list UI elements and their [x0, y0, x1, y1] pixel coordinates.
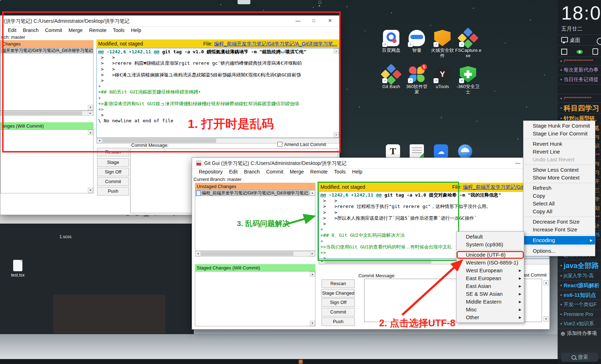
sign-off-button[interactable]: Sign Off	[97, 168, 129, 176]
menu-merge[interactable]: Merge	[287, 168, 307, 175]
menu-item-misc[interactable]: Misc▶	[457, 306, 524, 314]
menu-item-show-less-context[interactable]: Show Less Context	[523, 166, 595, 174]
push-button[interactable]: Push	[97, 187, 129, 196]
typora-icon[interactable]: T	[386, 144, 400, 159]
desktop-icon-gitbash[interactable]: ↗Git Bash	[378, 66, 404, 89]
menu-item-middle-eastern[interactable]: Middle Eastern▶	[457, 298, 524, 306]
taskbar-icon[interactable]	[299, 360, 303, 364]
notes-icon[interactable]	[592, 48, 598, 55]
desktop-icon-huorong[interactable]: ↗火绒安全软件	[430, 30, 455, 58]
scroll-down-icon[interactable]: ▾	[310, 321, 315, 326]
todo-item[interactable]: java全部路	[558, 260, 601, 271]
sidebar-tools-row[interactable]	[558, 46, 601, 57]
todo-item[interactable]: Premiere Pro	[558, 310, 601, 319]
desktop-icon-360safe[interactable]: ↗-360安全卫士	[455, 66, 481, 95]
window2-titlebar[interactable]: Git Gui (洪学习笔记) C:/Users/Administrator/D…	[192, 158, 549, 169]
menu-tools[interactable]: Tools	[331, 168, 349, 175]
staged-changes-header: Staged Changes (Will Commit)	[195, 264, 315, 271]
desktop-file-test-tsx[interactable]: test.tsx	[7, 260, 28, 278]
scroll-up-icon[interactable]: ▴	[543, 280, 549, 285]
scroll-up-icon[interactable]: ▴	[310, 272, 315, 277]
stage-changed-button[interactable]: Stage Changed	[321, 289, 355, 298]
menu-branch[interactable]: Branch	[241, 168, 263, 175]
todo-item[interactable]: /*****************	[558, 57, 601, 65]
menu-item-options-[interactable]: Options...	[523, 247, 595, 255]
menu-item-revert-line[interactable]: Revert Line	[523, 148, 595, 156]
desktop-label: 桌面	[570, 37, 580, 43]
menu-item-encoding[interactable]: Encoding▶	[523, 236, 595, 245]
menu-item-other[interactable]: Other▶	[457, 314, 524, 321]
menu-item-show-more-context[interactable]: Show More Context	[523, 174, 595, 182]
desktop-icon-360sw[interactable]: 5↗360软件管家	[404, 66, 430, 95]
add-todo-button[interactable]: ⊕添加待办事项	[558, 329, 601, 338]
scroll-right-icon[interactable]: ▸	[310, 251, 315, 256]
sidebar-desktop-row[interactable]: 桌面	[558, 35, 601, 46]
scroll-left-icon[interactable]: ◂	[195, 251, 201, 256]
menu-item-se-sw-asian[interactable]: SE & SW Asian▶	[457, 290, 524, 298]
icon-label: 智量	[404, 48, 430, 53]
menu-item-decrease-font-size[interactable]: Decrease Font Size	[523, 218, 595, 226]
rescan-button[interactable]: Rescan	[321, 279, 355, 288]
todo-item[interactable]: es6-11知识点	[558, 290, 601, 300]
menu-item-system-cp936-[interactable]: System (cp936)	[457, 241, 524, 248]
menu-item-western-iso-8859-1-[interactable]: Western (ISO-8859-1)	[457, 259, 524, 267]
todo-item[interactable]: 开发一个类似F	[558, 300, 601, 310]
menu-help[interactable]: Help	[349, 168, 366, 175]
editor-tab-label[interactable]: 1.scss	[59, 234, 71, 239]
todo-item[interactable]: 当日任务记得提	[558, 75, 601, 85]
eye-icon[interactable]	[576, 50, 583, 54]
scroll-down-icon[interactable]: ▾	[88, 188, 93, 193]
todo-item[interactable]: React源码解析	[558, 281, 601, 290]
menu-edit[interactable]: Edit	[226, 168, 241, 175]
desktop-icon-robot[interactable]: ↗智量	[404, 30, 430, 53]
menu-item-stage-hunk-for-commit[interactable]: Stage Hunk For Commit	[523, 122, 595, 130]
todo-item[interactable]: /****************	[558, 94, 601, 103]
menu-repository[interactable]: Repository	[196, 168, 226, 175]
menu-item-select-all[interactable]: Select All	[523, 200, 595, 208]
todo-text: 与	[595, 161, 600, 167]
desktop-icon-fscapture[interactable]: ↗FSCapture.e xe	[455, 30, 481, 58]
menu-item-copy-all[interactable]: Copy All	[523, 208, 595, 215]
scrollbar-thumb[interactable]	[201, 252, 293, 256]
staged-file-list[interactable]: ▴ ▾	[195, 271, 315, 326]
search-box[interactable]: 搜索	[561, 353, 598, 362]
desktop-icon-utools[interactable]: Y↗uTools	[430, 66, 455, 89]
menu-item-east-european[interactable]: East European▶	[457, 274, 524, 282]
scroll-up-icon[interactable]: ▴	[310, 190, 315, 196]
menu-item-default[interactable]: Default	[457, 233, 524, 241]
menu-item-west-european[interactable]: West European▶	[457, 267, 524, 274]
menu-remote[interactable]: Remote	[307, 168, 331, 175]
todo-item[interactable]: 每次更新代办事	[558, 65, 601, 75]
todo-item[interactable]	[558, 85, 601, 94]
menu-item-east-asian[interactable]: East Asian▶	[457, 282, 524, 290]
commit-button[interactable]: Commit	[321, 308, 355, 316]
submenu-arrow-icon: ▶	[519, 314, 521, 321]
menu-item-undo-last-revert[interactable]: Undo Last Revert	[523, 156, 595, 164]
todo-item[interactable]: js深入学习-高	[558, 271, 601, 281]
sign-off-button[interactable]: Sign Off	[321, 298, 355, 307]
menu-item-unicode-utf-8-[interactable]: Unicode (UTF-8)	[457, 251, 524, 259]
menu-separator	[524, 235, 594, 235]
menu-item-copy[interactable]: Copy	[523, 192, 595, 200]
horizontal-scrollbar[interactable]: ◂ ▸	[195, 251, 315, 257]
file-list-item[interactable]: 编程_前端开发学习笔记/Git学习笔记/A_Git详细学习笔记.	[195, 190, 315, 196]
menu-item-refresh[interactable]: Refresh	[523, 184, 595, 192]
scroll-down-icon[interactable]: ▾	[543, 316, 549, 322]
minimize-button[interactable]: —	[514, 159, 522, 167]
taskbar[interactable]	[0, 359, 601, 364]
todo-text: 开发一个类似F	[564, 301, 597, 308]
menu-item-increase-font-size[interactable]: Increase Font Size	[523, 226, 595, 234]
stage-changed-button[interactable]: Stage Changed	[97, 158, 129, 167]
menu-item-revert-hunk[interactable]: Revert Hunk	[523, 140, 595, 148]
todo-item[interactable]: 科目四学习	[558, 103, 601, 114]
browser-icon[interactable]	[458, 144, 472, 159]
todo-item[interactable]: Vue2.x知识系	[558, 319, 601, 329]
menu-commit[interactable]: Commit	[263, 168, 286, 175]
desktop-icon-baidu[interactable]: ↗百度网盘	[378, 30, 404, 53]
menu-item-stage-line-for-commit[interactable]: Stage Line For Commit	[523, 130, 595, 138]
cloud-icon[interactable]: ☁	[434, 144, 448, 159]
push-button[interactable]: Push	[321, 317, 355, 326]
screenshot-icon[interactable]	[561, 49, 567, 55]
notepad-icon[interactable]	[410, 144, 424, 159]
commit-button[interactable]: Commit	[97, 177, 129, 186]
